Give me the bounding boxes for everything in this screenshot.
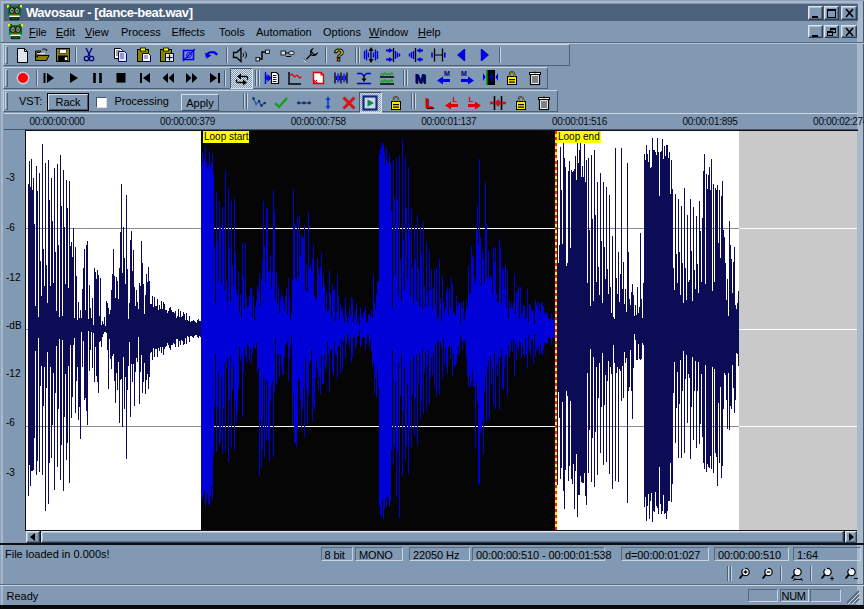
svg-text:M: M [414, 71, 425, 86]
svg-text:L: L [453, 95, 458, 104]
svg-text:L: L [425, 95, 434, 111]
svg-text:L: L [469, 95, 474, 104]
svg-text:M: M [461, 70, 467, 77]
svg-text:?: ? [334, 46, 344, 65]
svg-text:M: M [444, 70, 450, 77]
